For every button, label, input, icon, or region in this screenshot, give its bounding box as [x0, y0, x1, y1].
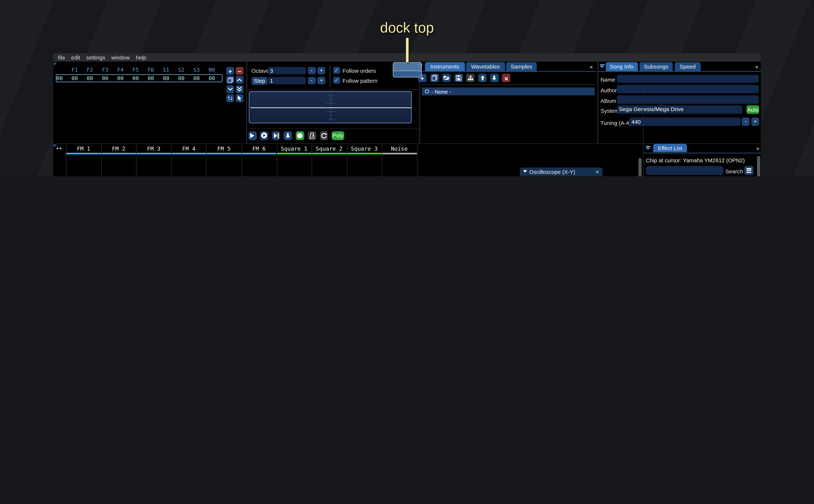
step-input[interactable]: 1	[268, 77, 306, 84]
system-auto-button[interactable]: Auto	[746, 106, 759, 114]
orders-add-order-button[interactable]: +	[226, 67, 234, 75]
octave-minus-button[interactable]: -	[308, 67, 315, 74]
channel-separator	[171, 144, 172, 176]
tab-speed[interactable]: Speed	[675, 62, 701, 71]
tuning-minus-button[interactable]: -	[742, 117, 750, 126]
window-menu-icon[interactable]	[600, 64, 605, 69]
menu-item-settings[interactable]: settings	[86, 54, 105, 61]
orders-column-header: S1	[158, 67, 174, 73]
channel-header-fm-3[interactable]: FM 3	[136, 145, 171, 152]
effect-list-close-button[interactable]: ×	[755, 146, 761, 151]
tab-effect-list[interactable]: Effect List	[653, 144, 687, 152]
song-info-close-button[interactable]: ×	[754, 64, 760, 70]
channel-header-square-3[interactable]: Square 3	[347, 145, 382, 152]
channel-header-fm-1[interactable]: FM 1	[66, 145, 101, 152]
follow-orders-checkbox[interactable]: ✓	[333, 67, 340, 74]
dock-top-target[interactable]	[392, 62, 422, 77]
name-field[interactable]	[617, 75, 759, 83]
tab-underline	[644, 153, 761, 153]
menu-item-help[interactable]: help	[136, 54, 146, 61]
instruments-duplicate-button[interactable]	[431, 74, 439, 82]
author-field[interactable]	[617, 85, 759, 93]
hamburger-bar	[747, 168, 752, 169]
play-button[interactable]	[248, 131, 256, 140]
unlink-icon	[227, 95, 233, 101]
tab-instruments[interactable]: Instruments	[425, 62, 465, 71]
effect-list-scrollbar[interactable]	[757, 156, 760, 176]
orders-unlink-button[interactable]	[226, 94, 234, 102]
orders-cell[interactable]: 00	[128, 75, 143, 81]
pattern-expand-button[interactable]: ++	[56, 145, 62, 151]
orders-cell[interactable]: 00	[113, 75, 128, 81]
orders-cell[interactable]: 00	[67, 75, 82, 81]
instruments-save-button[interactable]	[454, 74, 463, 82]
repeat-button[interactable]	[320, 131, 328, 140]
orders-cell[interactable]: 00	[143, 75, 158, 81]
window-menu-icon[interactable]	[646, 146, 651, 150]
oscilloscope-xy-titlebar[interactable]: Oscilloscope (X-Y) ×	[520, 167, 602, 176]
tuning-field[interactable]: 440	[629, 117, 741, 126]
instruments-arrow-up-button[interactable]	[478, 74, 487, 82]
duplicate-icon	[432, 75, 438, 81]
channel-header-fm-5[interactable]: FM 5	[206, 145, 241, 152]
play-pattern-button[interactable]	[260, 131, 268, 140]
collapse-triangle-icon[interactable]	[523, 170, 527, 173]
record-button[interactable]	[296, 131, 304, 140]
menu-item-edit[interactable]: edit	[71, 54, 80, 61]
step-row-button[interactable]	[284, 131, 292, 140]
channel-header-square-2[interactable]: Square 2	[311, 145, 346, 152]
remove-order-icon: −	[238, 66, 241, 76]
octave-input[interactable]: 3	[268, 67, 306, 74]
instruments-sitemap-button[interactable]	[466, 74, 475, 82]
channel-header-fm-4[interactable]: FM 4	[171, 145, 206, 152]
orders-cursor-button[interactable]	[235, 94, 243, 102]
octave-plus-button[interactable]: +	[317, 67, 325, 74]
follow-pattern-checkbox[interactable]: ✓	[333, 77, 340, 84]
album-field[interactable]	[617, 95, 759, 104]
instruments-arrow-down-button[interactable]	[490, 74, 499, 82]
play-pattern-icon	[261, 132, 267, 139]
step-plus-button[interactable]: +	[317, 77, 325, 84]
orders-chevron-down-button[interactable]	[226, 85, 234, 93]
instruments-close-button[interactable]: ×	[588, 64, 594, 70]
tab-wavetables[interactable]: Wavetables	[466, 62, 505, 71]
system-field[interactable]: Sega Genesis/Mega Drive	[617, 106, 742, 114]
orders-cell[interactable]: 00	[189, 75, 204, 81]
step-minus-button[interactable]: -	[308, 77, 315, 84]
hamburger-menu-button[interactable]	[745, 166, 754, 175]
add-order-icon: +	[228, 66, 232, 76]
pattern-scrollbar[interactable]	[638, 158, 641, 176]
orders-duplicate-order-button[interactable]	[226, 76, 234, 84]
orders-chevron-up-button[interactable]	[235, 76, 243, 84]
divider	[597, 62, 598, 143]
orders-double-chevron-down-button[interactable]	[235, 85, 243, 93]
effect-search-input[interactable]	[646, 166, 723, 175]
instruments-delete-button[interactable]: ✕	[502, 74, 511, 82]
orders-remove-order-button[interactable]: −	[235, 67, 243, 75]
metronome-button[interactable]	[308, 131, 316, 140]
orders-cell[interactable]: 00	[158, 75, 174, 81]
menu-item-window[interactable]: window	[111, 54, 130, 61]
instruments-open-folder-button[interactable]	[442, 74, 451, 82]
tuning-plus-button[interactable]: +	[751, 117, 759, 126]
tab-song-info[interactable]: Song Info	[606, 62, 638, 71]
oscilloscope-xy-close-button[interactable]: ×	[595, 169, 600, 175]
orders-cell[interactable]: 00	[97, 75, 113, 81]
tab-samples[interactable]: Samples	[506, 62, 537, 71]
menu-item-file[interactable]: file	[58, 54, 65, 61]
orders-cell[interactable]: 00	[204, 75, 219, 81]
channel-header-square-1[interactable]: Square 1	[276, 145, 311, 152]
tab-subsongs[interactable]: Subsongs	[640, 62, 672, 71]
channel-header-noise[interactable]: Noise	[382, 145, 417, 152]
channel-header-fm-2[interactable]: FM 2	[101, 145, 136, 152]
chip-at-cursor-text: Chip at cursor: Yamaha YM2612 (OPN2)	[646, 158, 745, 163]
instrument-list-item[interactable]: - None -	[422, 87, 595, 95]
channel-header-fm-6[interactable]: FM 6	[241, 145, 276, 152]
repeat-icon	[321, 133, 326, 138]
octave-label: Octave	[251, 67, 269, 74]
step-button[interactable]: Step	[251, 77, 267, 85]
play-row-button[interactable]	[272, 131, 280, 140]
orders-cell[interactable]: 00	[174, 75, 189, 81]
orders-cell[interactable]: 00	[82, 75, 97, 81]
poly-button[interactable]: Poly	[331, 131, 344, 140]
